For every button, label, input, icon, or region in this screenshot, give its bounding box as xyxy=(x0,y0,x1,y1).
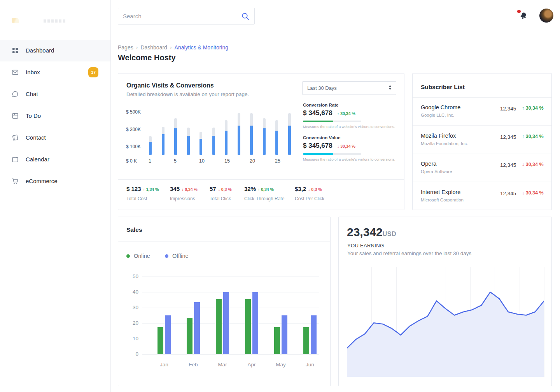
stat-total-click: 57↓ 0,3 %Total Click xyxy=(210,186,232,201)
card-title: Sales xyxy=(126,226,142,233)
x-axis-label: 25 xyxy=(275,158,280,164)
subscriber-name: Opera xyxy=(421,161,436,167)
subscriber-count: 12,345 xyxy=(500,106,516,112)
organic-visits-card: Organic Visits & Conversions Detailed br… xyxy=(118,73,404,210)
sidebar-item-label: Chat xyxy=(26,91,38,97)
stat-label: Total Cost xyxy=(126,196,159,201)
stat-label: Total Click xyxy=(210,196,232,201)
conversion-rate-progress xyxy=(303,121,361,122)
conversion-value-progress xyxy=(303,153,361,155)
notifications-button[interactable] xyxy=(517,10,529,22)
sales-bar-offline xyxy=(252,292,258,354)
chevron-right-icon: › xyxy=(170,44,172,51)
sales-chart xyxy=(142,276,319,354)
select-arrows-icon xyxy=(388,85,392,90)
earnings-amount: 23,342USD xyxy=(347,226,396,239)
search-box xyxy=(118,8,255,24)
y-axis-label: $ 0 K xyxy=(126,158,137,164)
inbox-badge: 17 xyxy=(88,67,98,77)
sidebar-item-inbox[interactable]: Inbox17 xyxy=(0,61,110,83)
sidebar-item-to-do[interactable]: To Do xyxy=(0,105,110,127)
stat-click-through-rate: 32%↑ 0,34 %Click-Through Rate xyxy=(244,186,284,201)
conversion-value-delta: ↓ 30,34 % xyxy=(337,144,355,149)
organic-chart xyxy=(149,110,291,155)
date-range-value: Last 30 Days xyxy=(307,85,337,91)
subscriber-company: Opera Software xyxy=(421,169,452,174)
x-axis-label: May xyxy=(269,362,292,368)
legend-offline[interactable]: Offline xyxy=(165,253,189,259)
sidebar-item-ecommerce[interactable]: eCommerce xyxy=(0,170,110,192)
conversion-rate-value: $ 345,678 xyxy=(303,109,332,117)
stat-delta: ↓ 0,34 % xyxy=(182,187,198,192)
sales-card: Sales OnlineOffline 50403020100JanFebMar… xyxy=(118,217,331,386)
sales-bar-offline xyxy=(194,302,200,354)
breadcrumb-current[interactable]: Analytics & Monitoring xyxy=(175,44,229,51)
stat-delta: ↑ 1,34 % xyxy=(143,187,159,192)
sidebar-item-dashboard[interactable]: Dashboard xyxy=(0,40,110,61)
breadcrumb-link[interactable]: Pages xyxy=(118,44,133,51)
organic-bar xyxy=(149,136,152,155)
y-axis-label: 50 xyxy=(127,273,138,279)
x-axis-label: Feb xyxy=(182,362,205,368)
y-axis-label: 0 xyxy=(127,351,138,357)
dashboard-app: DashboardInbox17ChatTo DoContactCalendar… xyxy=(0,0,560,392)
subscriber-name: Mozila Firefox xyxy=(421,133,456,139)
search-icon[interactable] xyxy=(241,12,250,21)
earnings-description: Your sales and referral earnings over th… xyxy=(347,250,471,256)
page-title: Welcome Hosty xyxy=(118,53,176,62)
contact-icon xyxy=(12,134,19,143)
stat-label: Click-Through Rate xyxy=(244,196,284,201)
conversion-rate-block: Conversion Rate $ 345,678 ↑ 30,34 % Meas… xyxy=(303,103,397,129)
y-axis-label: $ 100K xyxy=(126,144,141,149)
breadcrumb-link[interactable]: Dashboard xyxy=(140,44,167,51)
subscriber-row[interactable]: Internet ExploreMicrosoft Corporation12,… xyxy=(413,182,551,210)
y-axis-label: 10 xyxy=(127,336,138,341)
sales-bar-offline xyxy=(223,292,229,354)
legend-label: Online xyxy=(134,253,150,259)
sales-bar-offline xyxy=(282,315,287,354)
x-axis-label: 15 xyxy=(224,158,230,164)
subscriber-delta: ↓ 30,34 % xyxy=(522,162,544,167)
legend-online[interactable]: Online xyxy=(126,253,150,259)
subscriber-name: Internet Explore xyxy=(421,189,460,195)
y-axis-label: 30 xyxy=(127,304,138,310)
subscriber-row[interactable]: Mozila FirefoxMozilla Foundation, Inc.12… xyxy=(413,126,551,154)
subscriber-company: Google LLC, Inc. xyxy=(421,113,454,117)
calendar-icon xyxy=(12,156,19,164)
earnings-chart xyxy=(347,267,544,377)
stat-value: $ 123 xyxy=(126,186,141,192)
sidebar-item-label: Calendar xyxy=(26,156,49,163)
subscriber-delta: ↑ 30,34 % xyxy=(522,134,544,139)
sales-bar-online xyxy=(303,327,309,354)
avatar[interactable] xyxy=(539,9,553,23)
subscriber-row[interactable]: Google ChromeGoogle LLC, Inc.12,345↑ 30,… xyxy=(413,98,551,126)
organic-bar xyxy=(275,120,278,155)
sidebar-item-label: eCommerce xyxy=(26,178,58,184)
x-axis-label: Jun xyxy=(298,362,322,368)
stat-impressions: 345↓ 0,34 %Impressions xyxy=(170,186,198,201)
organic-bar xyxy=(225,120,228,155)
subscriber-count: 12,345 xyxy=(500,191,516,196)
sales-bar-online xyxy=(216,299,222,354)
sidebar-item-contact[interactable]: Contact xyxy=(0,127,110,149)
search-input[interactable] xyxy=(123,8,240,24)
subscriber-company: Mozilla Foundation, Inc. xyxy=(421,141,468,146)
x-axis-label: 10 xyxy=(199,158,205,164)
sales-bar-online xyxy=(158,327,163,354)
organic-bar xyxy=(174,118,177,155)
date-range-select[interactable]: Last 30 Days xyxy=(302,81,396,95)
card-title: Organic Visits & Conversions xyxy=(126,82,214,89)
earnings-currency: USD xyxy=(383,231,396,237)
chevron-right-icon: › xyxy=(136,44,138,51)
sidebar-item-calendar[interactable]: Calendar xyxy=(0,149,110,170)
subscriber-row[interactable]: OperaOpera Software12,345↓ 30,34 % xyxy=(413,154,551,182)
grid-icon xyxy=(12,47,19,56)
sidebar-item-chat[interactable]: Chat xyxy=(0,83,110,105)
conversion-value-label: Conversion Value xyxy=(303,135,397,140)
stat-delta: ↓ 0,3 % xyxy=(308,187,322,192)
earnings-label: YOU EARNING xyxy=(347,243,384,248)
conversion-rate-description: Measures the ratio of a website's visito… xyxy=(303,124,397,129)
x-axis-label: 1 xyxy=(149,158,151,164)
subscriber-list-card: Subscriber List Google ChromeGoogle LLC,… xyxy=(412,73,552,210)
sidebar-item-label: Inbox xyxy=(26,69,40,75)
